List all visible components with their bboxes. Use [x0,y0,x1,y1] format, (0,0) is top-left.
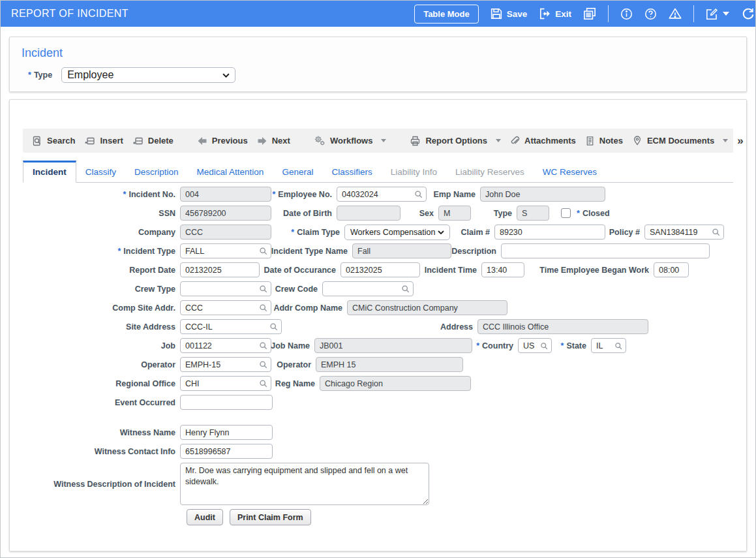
audit-button[interactable]: Audit [187,509,223,525]
addr-comp-name-field [347,300,507,315]
date-of-occurance-label: Date of Occurance [260,266,340,275]
report-date-field[interactable] [180,262,260,277]
reg-name-field [320,376,471,391]
search-icon[interactable] [540,342,548,350]
country-field[interactable] [518,338,552,353]
search-icon[interactable] [259,285,267,293]
toolbar-overflow-button[interactable]: » [737,134,743,147]
search-icon[interactable] [259,360,267,369]
search-icon[interactable] [259,341,267,350]
witness-name-field[interactable] [180,425,273,440]
crew-code-field[interactable] [322,281,414,296]
incident-type-name-field [352,243,451,258]
table-mode-button[interactable]: Table Mode [414,5,479,23]
site-address-field[interactable] [180,319,282,334]
search-icon[interactable] [401,285,410,293]
time-began-work-field[interactable] [654,262,689,277]
claim-type-label: *Claim Type [271,228,344,237]
description-field[interactable] [501,243,710,258]
notes-button[interactable]: Notes [585,136,623,146]
search-icon[interactable] [414,190,423,198]
search-icon[interactable] [259,303,267,312]
employee-no-field[interactable] [337,187,427,202]
company-field [180,225,271,240]
ssn-label: SSN [23,209,180,218]
incident-no-field [180,187,271,202]
save-icon [491,8,502,20]
incident-type-select[interactable]: Employee [61,67,235,83]
crew-type-label: Crew Type [23,285,180,294]
app-header-actions: Table Mode Save Exit [414,5,755,23]
claim-no-field[interactable] [494,225,605,240]
claim-type-select[interactable]: Workers Compensation [344,225,450,240]
regional-office-field[interactable] [180,376,271,391]
arrow-right-icon [257,136,267,146]
policy-no-field[interactable] [644,225,724,240]
job-field[interactable] [180,338,271,353]
tab-classifiers[interactable]: Classifiers [322,161,381,182]
crew-code-label: Crew Code [271,285,322,294]
incident-type-field[interactable] [180,243,271,258]
arrow-left-icon [197,136,207,146]
info-icon[interactable] [620,8,633,20]
insert-icon [84,136,95,146]
print-claim-form-button[interactable]: Print Claim Form [230,509,311,525]
claim-no-label: Claim # [450,228,494,237]
operator-field[interactable] [180,357,271,372]
type-label: * Type [28,70,57,80]
search-icon[interactable] [259,379,267,388]
emp-name-label: Emp Name [427,190,480,199]
chevron-down-icon [496,139,501,142]
state-field[interactable] [591,338,626,353]
delete-button[interactable]: Delete [132,136,174,146]
incident-time-field[interactable] [481,262,524,277]
workflows-button[interactable]: Workflows [314,135,387,146]
address-field [477,319,648,334]
tab-general[interactable]: General [273,161,322,182]
tab-description[interactable]: Description [125,161,188,182]
tab-classify[interactable]: Classify [76,161,125,182]
search-icon[interactable] [614,342,622,350]
date-of-birth-label: Date of Birth [271,209,337,218]
event-occurred-field[interactable] [180,395,273,410]
exit-button[interactable]: Exit [539,8,571,20]
chevron-down-icon [438,230,444,234]
exit-icon [539,8,551,20]
date-of-occurance-field[interactable] [340,262,420,277]
job-name-field [314,338,472,353]
tab-incident[interactable]: Incident [23,161,76,183]
ecm-documents-button[interactable]: ECM Documents [632,135,728,146]
attachments-button[interactable]: Attachments [510,136,576,146]
search-icon [32,136,42,146]
incident-no-label: *Incident No. [23,190,180,199]
sex-label: Sex [401,209,438,218]
edit-icon [706,8,718,20]
chevron-down-icon [381,139,386,142]
tab-wc-reserves[interactable]: WC Reserves [534,161,606,182]
warning-icon[interactable] [669,7,682,20]
closed-checkbox[interactable] [561,208,571,218]
witness-description-field[interactable]: Mr. Doe was carrying equipment and slipp… [180,463,429,505]
crew-type-field[interactable] [180,281,271,296]
refresh-icon[interactable] [741,7,755,21]
documents-icon[interactable] [583,7,596,20]
next-button[interactable]: Next [257,136,290,146]
insert-button[interactable]: Insert [84,136,123,146]
save-button[interactable]: Save [491,8,528,20]
divider [608,5,609,22]
comp-site-addr-field[interactable] [180,300,271,315]
time-began-work-label: Time Employee Began Work [524,266,654,275]
tab-medical-attention[interactable]: Medical Attention [188,161,273,182]
description-label: Description [451,247,501,256]
search-icon[interactable] [269,322,278,331]
witness-contact-field[interactable] [180,444,273,459]
help-icon[interactable] [644,8,657,20]
emp-type-label: Type [471,209,517,218]
report-options-button[interactable]: Report Options [410,136,501,146]
edit-menu-button[interactable] [706,8,729,20]
search-button[interactable]: Search [32,136,75,146]
comp-site-addr-label: Comp Site Addr. [23,303,180,313]
search-icon[interactable] [712,228,720,236]
search-icon[interactable] [259,247,267,255]
previous-button[interactable]: Previous [197,136,248,146]
